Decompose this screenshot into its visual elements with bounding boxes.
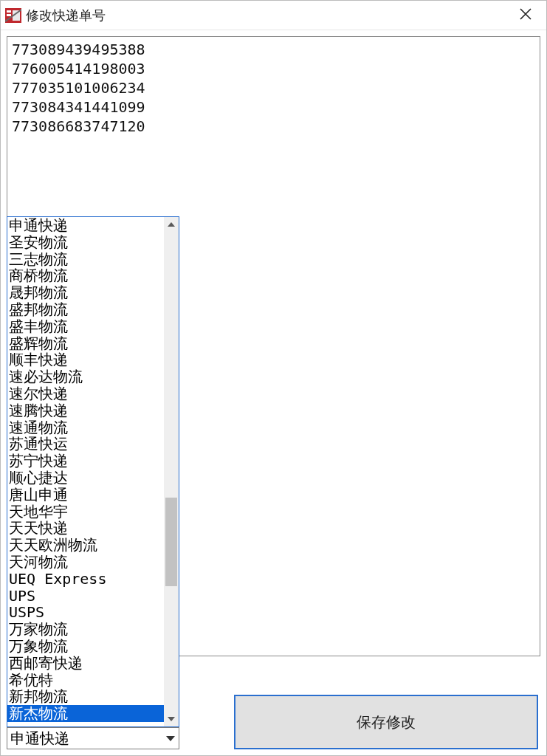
chevron-down-icon [166, 736, 175, 741]
courier-option[interactable]: 速腾快递 [7, 402, 164, 419]
courier-option[interactable]: 唐山申通 [7, 487, 164, 504]
close-icon [519, 7, 532, 24]
combobox-toggle-button[interactable] [162, 728, 179, 749]
chevron-up-icon [168, 222, 175, 227]
courier-option[interactable]: 申通快递 [7, 217, 164, 234]
titlebar: 修改快递单号 [1, 1, 546, 30]
courier-selected-value: 申通快递 [7, 729, 162, 749]
window-title: 修改快递单号 [26, 7, 106, 24]
scroll-down-button[interactable] [164, 712, 179, 726]
courier-option[interactable]: 苏通快运 [7, 436, 164, 453]
courier-option[interactable]: 新杰物流 [7, 705, 164, 722]
courier-combo-wrapper: 申通快递圣安物流三志物流商桥物流晟邦物流盛邦物流盛丰物流盛辉物流顺丰快递速必达物… [7, 727, 179, 749]
scroll-up-button[interactable] [164, 217, 179, 232]
courier-option[interactable]: 顺心捷达 [7, 470, 164, 487]
courier-option[interactable]: 天天欧洲物流 [7, 537, 164, 554]
app-icon [5, 8, 21, 23]
courier-option[interactable]: 天河物流 [7, 554, 164, 571]
courier-option[interactable]: 新邦物流 [7, 688, 164, 705]
courier-option[interactable]: 速尔快递 [7, 385, 164, 402]
svg-rect-1 [7, 10, 11, 13]
courier-option[interactable]: 速通物流 [7, 419, 164, 436]
courier-option[interactable]: 顺丰快递 [7, 351, 164, 368]
courier-option[interactable]: 速必达物流 [7, 368, 164, 385]
courier-option[interactable]: 盛丰物流 [7, 318, 164, 335]
courier-option[interactable]: 圣安物流 [7, 234, 164, 251]
save-button[interactable]: 保存修改 [234, 695, 538, 749]
courier-option[interactable]: 万象物流 [7, 638, 164, 655]
courier-option[interactable]: 盛邦物流 [7, 301, 164, 318]
courier-option[interactable]: 晟邦物流 [7, 284, 164, 301]
courier-dropdown-list: 申通快递圣安物流三志物流商桥物流晟邦物流盛邦物流盛丰物流盛辉物流顺丰快递速必达物… [7, 216, 179, 727]
svg-rect-2 [7, 14, 11, 16]
scroll-thumb[interactable] [165, 498, 177, 586]
courier-option[interactable]: 商桥物流 [7, 267, 164, 284]
courier-option[interactable]: 苏宁快递 [7, 453, 164, 470]
courier-option[interactable]: 天地华宇 [7, 504, 164, 520]
dialog-window: 修改快递单号 申通快递圣安物流三志物流商桥物流晟邦物流盛邦物流盛丰物流盛辉物流顺… [0, 0, 547, 756]
courier-option[interactable]: 西邮寄快递 [7, 655, 164, 672]
chevron-down-icon [168, 717, 175, 721]
courier-option[interactable]: UPS [7, 588, 164, 605]
courier-option[interactable]: UEQ Express [7, 571, 164, 588]
courier-option-list: 申通快递圣安物流三志物流商桥物流晟邦物流盛邦物流盛丰物流盛辉物流顺丰快递速必达物… [7, 217, 164, 726]
save-button-label: 保存修改 [357, 712, 416, 732]
courier-combobox[interactable]: 申通快递 [7, 727, 179, 749]
courier-option[interactable]: 盛辉物流 [7, 335, 164, 352]
courier-option[interactable]: USPS [7, 604, 164, 621]
courier-option[interactable]: 天天快递 [7, 520, 164, 537]
courier-option[interactable]: 三志物流 [7, 251, 164, 268]
content-area: 申通快递圣安物流三志物流商桥物流晟邦物流盛邦物流盛丰物流盛辉物流顺丰快递速必达物… [1, 30, 546, 755]
dropdown-scrollbar[interactable] [164, 217, 179, 726]
close-button[interactable] [505, 1, 546, 30]
courier-option[interactable]: 万家物流 [7, 621, 164, 638]
courier-option[interactable]: 希优特 [7, 672, 164, 689]
